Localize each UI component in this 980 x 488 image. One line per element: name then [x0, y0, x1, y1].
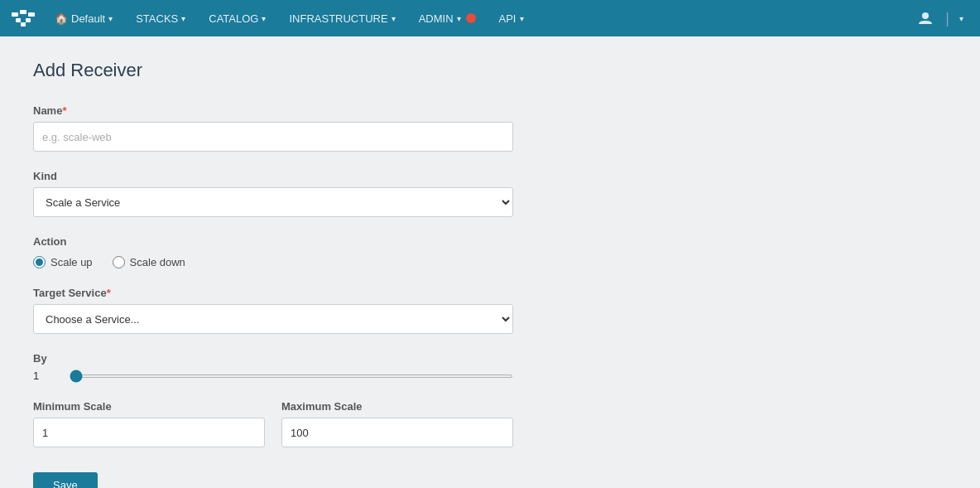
by-value-display: 1 [33, 370, 56, 382]
svg-rect-2 [28, 12, 35, 17]
chevron-down-icon: ▾ [262, 14, 266, 23]
max-scale-group: Maximum Scale [281, 400, 513, 447]
nav-label-infrastructure: INFRASTRUCTURE [289, 12, 387, 25]
expand-icon: ▾ [959, 14, 963, 23]
name-input[interactable] [33, 122, 513, 152]
scale-up-label: Scale up [50, 256, 93, 268]
scale-up-radio[interactable] [33, 256, 46, 268]
min-scale-label: Minimum Scale [33, 400, 265, 413]
chevron-down-icon: ▾ [457, 14, 461, 23]
nav-separator: | [945, 0, 949, 36]
nav-label-admin: ADMIN [419, 12, 454, 25]
nav-right-section: | ▾ [909, 0, 970, 36]
min-scale-input[interactable] [33, 418, 265, 447]
page-title: Add Receiver [33, 60, 947, 81]
nav-item-default[interactable]: 🏠 Default ▾ [43, 0, 124, 36]
min-scale-group: Minimum Scale [33, 400, 265, 447]
svg-rect-3 [16, 18, 21, 22]
max-scale-label: Maximum Scale [281, 400, 513, 413]
target-service-label: Target Service* [33, 287, 513, 299]
admin-alert-badge [466, 13, 476, 23]
svg-rect-4 [26, 18, 31, 22]
max-scale-input[interactable] [281, 418, 513, 447]
svg-rect-1 [20, 10, 26, 14]
chevron-down-icon: ▾ [392, 14, 396, 23]
target-service-select[interactable]: Choose a Service... [33, 304, 513, 334]
svg-point-6 [922, 12, 929, 19]
user-icon [917, 10, 934, 27]
nav-label-catalog: CATALOG [209, 12, 258, 25]
action-field-group: Action Scale up Scale down [33, 235, 513, 268]
add-receiver-form: Name* Kind Scale a Service Action Scale … [33, 104, 513, 488]
nav-item-admin[interactable]: ADMIN ▾ [407, 0, 488, 36]
scale-down-label: Scale down [130, 256, 185, 268]
target-service-field-group: Target Service* Choose a Service... [33, 287, 513, 334]
kind-field-group: Kind Scale a Service [33, 170, 513, 217]
name-label: Name* [33, 104, 513, 117]
by-label: By [33, 352, 513, 365]
nav-item-api[interactable]: API ▾ [488, 0, 536, 36]
scale-down-radio[interactable] [113, 256, 125, 268]
by-slider-row: 1 [33, 370, 513, 382]
brand-logo-icon [10, 9, 36, 27]
page-content: Add Receiver Name* Kind Scale a Service … [0, 36, 980, 488]
chevron-down-icon: ▾ [181, 14, 185, 23]
scale-up-option[interactable]: Scale up [33, 256, 93, 268]
user-menu-button[interactable] [909, 0, 942, 36]
by-slider[interactable] [70, 374, 513, 378]
save-button[interactable]: Save [33, 472, 98, 488]
scale-bounds-group: Minimum Scale Maximum Scale [33, 400, 513, 447]
form-actions: Save [33, 466, 513, 488]
target-required-marker: * [107, 287, 111, 299]
nav-label-default: Default [71, 12, 105, 25]
action-radio-group: Scale up Scale down [33, 253, 513, 268]
kind-select[interactable]: Scale a Service [33, 187, 513, 217]
nav-item-stacks[interactable]: STACKS ▾ [124, 0, 197, 36]
navbar: 🏠 Default ▾ STACKS ▾ CATALOG ▾ INFRASTRU… [0, 0, 980, 36]
chevron-down-icon: ▾ [108, 14, 113, 23]
chevron-down-icon: ▾ [520, 14, 524, 23]
nav-item-catalog[interactable]: CATALOG ▾ [197, 0, 277, 36]
by-field-group: By 1 [33, 352, 513, 382]
svg-rect-0 [12, 12, 18, 17]
scale-down-option[interactable]: Scale down [113, 256, 185, 268]
kind-label: Kind [33, 170, 513, 182]
home-icon: 🏠 [55, 12, 68, 25]
brand[interactable] [10, 9, 36, 27]
nav-label-api: API [499, 12, 516, 25]
name-required-marker: * [62, 104, 66, 117]
svg-rect-5 [21, 22, 26, 27]
nav-expand-button[interactable]: ▾ [953, 0, 970, 36]
nav-label-stacks: STACKS [136, 12, 178, 25]
action-label: Action [33, 235, 513, 248]
nav-item-infrastructure[interactable]: INFRASTRUCTURE ▾ [277, 0, 406, 36]
name-field-group: Name* [33, 104, 513, 152]
